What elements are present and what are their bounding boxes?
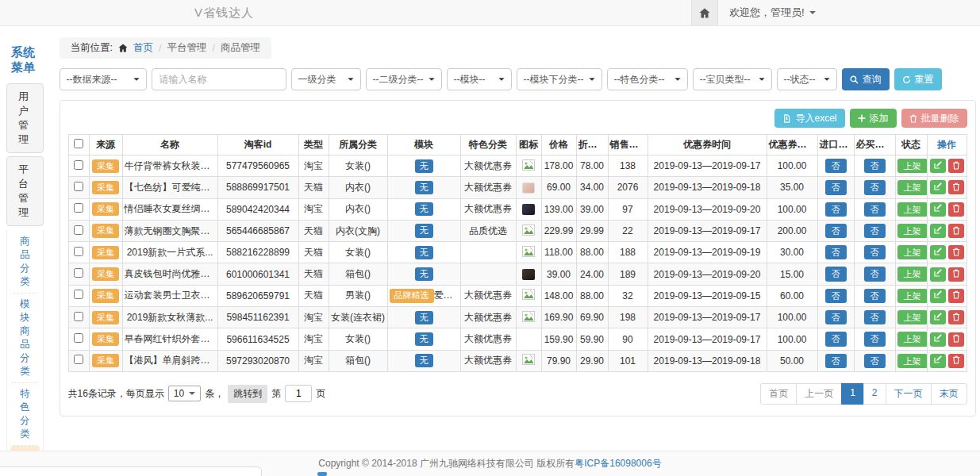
status-toggle[interactable]: 上架 — [897, 202, 928, 217]
sidebar-submenu: 商品分类模块商品分类特色分类商品管理宣传物料版本管理轮播管理启动页管理意见反馈平… — [6, 229, 44, 476]
edit-button[interactable] — [930, 332, 946, 347]
filter-level2-category-select[interactable]: --二级分类-- — [366, 68, 442, 90]
delete-button[interactable] — [948, 310, 964, 324]
sidebar-section-用户管理[interactable]: 用户管理 — [6, 83, 44, 153]
delete-button[interactable] — [948, 180, 964, 194]
import-excel-button[interactable]: 导入excel — [774, 109, 844, 128]
must-buy-toggle[interactable]: 否 — [864, 224, 886, 238]
filter-data-source-select[interactable]: --数据来源-- — [60, 68, 147, 90]
status-toggle[interactable]: 上架 — [897, 267, 928, 281]
sidebar-item-模块商品分类[interactable]: 模块商品分类 — [10, 294, 40, 383]
import-select-toggle[interactable]: 否 — [825, 180, 847, 194]
row-checkbox[interactable] — [74, 333, 83, 343]
status-toggle[interactable]: 上架 — [897, 332, 928, 346]
status-toggle[interactable]: 上架 — [897, 310, 928, 324]
delete-button[interactable] — [948, 267, 964, 282]
cell-import-select: 否 — [817, 307, 854, 328]
edit-button[interactable] — [930, 245, 946, 259]
reset-button[interactable]: 重置 — [894, 68, 942, 90]
filter-level1-category-select[interactable]: 一级分类 — [291, 68, 361, 90]
edit-button[interactable] — [930, 310, 946, 324]
delete-button[interactable] — [948, 224, 964, 238]
search-button[interactable]: 查询 — [842, 68, 890, 90]
import-select-toggle[interactable]: 否 — [825, 289, 847, 303]
breadcrumb-home-link[interactable]: 首页 — [133, 41, 153, 55]
filter-item-type-select[interactable]: --宝贝类型-- — [693, 68, 772, 90]
home-nav-button[interactable] — [691, 0, 718, 25]
delete-button[interactable] — [948, 245, 964, 259]
import-select-toggle[interactable]: 否 — [825, 354, 847, 368]
import-select-toggle[interactable]: 否 — [825, 159, 847, 173]
status-toggle[interactable]: 上架 — [897, 289, 928, 303]
row-checkbox[interactable] — [74, 182, 83, 191]
batch-delete-button[interactable]: 批量删除 — [901, 109, 967, 128]
user-menu[interactable]: 欢迎您，管理员! — [718, 0, 980, 25]
delete-button[interactable] — [948, 354, 964, 368]
page-number-input[interactable] — [285, 385, 312, 402]
sidebar-item-商品分类[interactable]: 商品分类 — [10, 231, 40, 294]
import-select-toggle[interactable]: 否 — [825, 245, 847, 259]
import-select-toggle[interactable]: 否 — [825, 310, 847, 324]
row-checkbox[interactable] — [74, 247, 83, 256]
edit-button[interactable] — [930, 159, 946, 173]
select-all-checkbox[interactable] — [74, 139, 83, 148]
pager-item-1[interactable]: 1 — [841, 383, 864, 405]
must-buy-toggle[interactable]: 否 — [864, 289, 886, 303]
must-buy-toggle[interactable]: 否 — [864, 354, 886, 368]
pager-item-末页[interactable]: 末页 — [931, 383, 967, 405]
row-checkbox[interactable] — [74, 290, 83, 299]
filter-feature-category-select[interactable]: --特色分类-- — [607, 68, 688, 90]
edit-button[interactable] — [930, 202, 946, 217]
icp-link[interactable]: 粤ICP备16098006号 — [575, 458, 661, 469]
pager-item-上一页[interactable]: 上一页 — [796, 383, 842, 405]
breadcrumb-item-platform[interactable]: 平台管理 — [167, 41, 206, 55]
row-checkbox[interactable] — [74, 312, 83, 321]
edit-button[interactable] — [930, 267, 946, 282]
pager-item-2[interactable]: 2 — [863, 383, 886, 405]
filter-status-select[interactable]: --状态-- — [777, 68, 837, 90]
cell-type: 淘宝 — [298, 155, 329, 177]
must-buy-toggle[interactable]: 否 — [864, 267, 886, 281]
delete-button[interactable] — [948, 159, 964, 173]
delete-button[interactable] — [948, 202, 964, 217]
edit-button[interactable] — [930, 180, 946, 194]
must-buy-toggle[interactable]: 否 — [864, 159, 886, 173]
sidebar-item-特色分类[interactable]: 特色分类 — [10, 383, 40, 446]
pager-item-首页[interactable]: 首页 — [760, 383, 797, 405]
status-toggle[interactable]: 上架 — [897, 180, 928, 194]
delete-button[interactable] — [948, 332, 964, 347]
import-select-toggle[interactable]: 否 — [825, 332, 847, 346]
row-checkbox[interactable] — [74, 268, 83, 278]
edit-button[interactable] — [930, 289, 946, 303]
row-checkbox[interactable] — [74, 203, 83, 213]
name-search-input[interactable] — [152, 68, 286, 90]
delete-button[interactable] — [948, 289, 964, 303]
row-checkbox[interactable] — [74, 355, 83, 364]
horizontal-scrollbar-thumb[interactable] — [317, 472, 327, 476]
status-toggle[interactable]: 上架 — [897, 354, 928, 368]
must-buy-toggle[interactable]: 否 — [864, 332, 886, 346]
status-toggle[interactable]: 上架 — [897, 224, 928, 238]
add-button[interactable]: 添加 — [850, 109, 897, 128]
filter-module-select[interactable]: --模块-- — [447, 68, 512, 90]
row-checkbox[interactable] — [74, 160, 83, 170]
sidebar-section-平台管理[interactable]: 平台管理 — [6, 156, 44, 226]
import-select-toggle[interactable]: 否 — [825, 267, 847, 281]
edit-button[interactable] — [930, 354, 946, 368]
breadcrumb-item-goods[interactable]: 商品管理 — [221, 41, 260, 55]
per-page-select[interactable]: 10 — [168, 386, 201, 401]
import-select-toggle[interactable]: 否 — [825, 224, 847, 238]
status-toggle[interactable]: 上架 — [897, 245, 928, 259]
import-select-toggle[interactable]: 否 — [825, 202, 847, 217]
status-toggle[interactable]: 上架 — [897, 159, 928, 173]
must-buy-toggle[interactable]: 否 — [864, 202, 886, 217]
edit-button[interactable] — [930, 224, 946, 238]
row-checkbox[interactable] — [74, 225, 83, 235]
must-buy-toggle[interactable]: 否 — [864, 245, 886, 259]
must-buy-toggle[interactable]: 否 — [864, 310, 886, 324]
pager-item-下一页[interactable]: 下一页 — [886, 383, 932, 405]
must-buy-toggle[interactable]: 否 — [864, 180, 886, 194]
broken-image-icon — [522, 356, 535, 367]
jump-button[interactable]: 跳转到 — [228, 385, 267, 403]
filter-module-sub-select[interactable]: --模块下分类-- — [517, 68, 602, 90]
